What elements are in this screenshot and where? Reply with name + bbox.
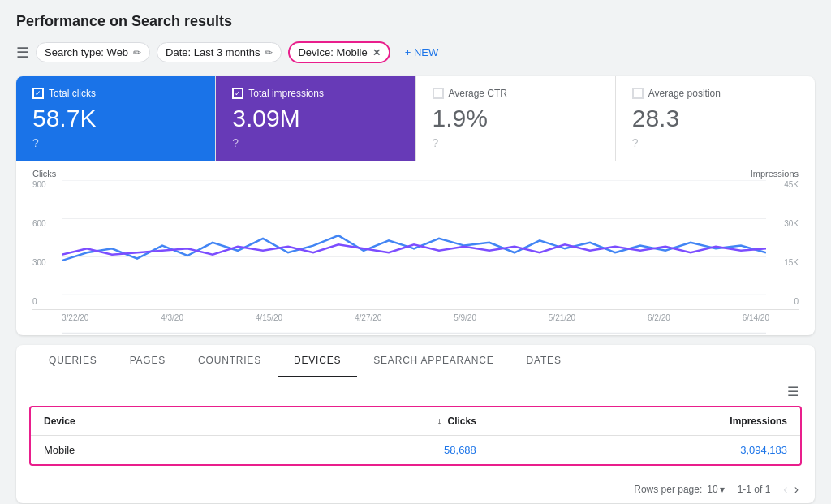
chart-axis-labels: Clicks Impressions <box>32 169 799 179</box>
data-table: Device ↓ Clicks Impressions Mobile 58,68… <box>31 407 800 464</box>
pagination-info: 1-1 of 1 <box>738 484 771 495</box>
col-impressions: Impressions <box>489 407 800 436</box>
total-impressions-label: Total impressions <box>248 88 324 99</box>
date-edit-icon[interactable]: ✏ <box>265 47 273 58</box>
device-close-icon[interactable]: ✕ <box>372 47 381 58</box>
average-ctr-card[interactable]: Average CTR 1.9% ? <box>416 76 616 161</box>
chart-svg <box>62 180 766 335</box>
cell-clicks[interactable]: 58,688 <box>245 436 489 465</box>
y-axis-left: 900 600 300 0 <box>32 180 46 309</box>
table-row: Mobile 58,688 3,094,183 <box>31 436 800 465</box>
tab-pages[interactable]: PAGES <box>114 345 182 377</box>
average-position-value: 28.3 <box>632 104 799 133</box>
average-ctr-header: Average CTR <box>433 88 599 99</box>
rows-per-page-value: 10 <box>707 484 717 495</box>
page-title: Performance on Search results <box>16 13 815 30</box>
new-filter-button[interactable]: + NEW <box>397 43 447 62</box>
date-label: Date: Last 3 months <box>166 46 260 58</box>
total-impressions-card[interactable]: ✓ Total impressions 3.09M ? <box>216 76 416 161</box>
total-clicks-card[interactable]: ✓ Total clicks 58.7K ? <box>16 76 216 161</box>
tab-dates[interactable]: DATES <box>510 345 578 377</box>
search-type-edit-icon[interactable]: ✏ <box>133 47 141 58</box>
col-clicks[interactable]: ↓ Clicks <box>245 407 489 436</box>
total-clicks-value: 58.7K <box>32 104 199 133</box>
search-type-chip[interactable]: Search type: Web ✏ <box>36 42 150 62</box>
chart-container: 900 600 300 0 45K 30K 15K 0 <box>32 180 799 310</box>
new-filter-label: + NEW <box>405 46 439 58</box>
table-filter-row: ☰ <box>16 377 815 406</box>
metric-cards: ✓ Total clicks 58.7K ? ✓ Total impressio… <box>16 76 815 161</box>
average-position-card[interactable]: Average position 28.3 ? <box>616 76 815 161</box>
total-impressions-help-icon[interactable]: ? <box>232 136 398 149</box>
total-clicks-help-icon[interactable]: ? <box>32 136 199 149</box>
average-position-label: Average position <box>648 88 721 99</box>
filter-menu-icon[interactable]: ☰ <box>16 44 29 62</box>
pagination-next-icon[interactable]: › <box>794 482 799 497</box>
average-ctr-checkbox[interactable] <box>433 88 444 99</box>
total-impressions-header: ✓ Total impressions <box>232 88 398 99</box>
total-clicks-header: ✓ Total clicks <box>32 88 199 99</box>
average-ctr-value: 1.9% <box>433 104 599 133</box>
tab-countries[interactable]: COUNTRIES <box>182 345 278 377</box>
total-clicks-checkbox[interactable]: ✓ <box>32 88 44 99</box>
device-label: Device: Mobile <box>298 46 367 58</box>
cell-device: Mobile <box>31 436 245 465</box>
search-type-label: Search type: Web <box>45 46 128 58</box>
average-position-help-icon[interactable]: ? <box>632 136 799 149</box>
chart-area: Clicks Impressions 900 600 300 0 45K 30K… <box>16 161 815 335</box>
data-table-wrapper: Device ↓ Clicks Impressions Mobile 58,68… <box>29 406 802 466</box>
summary-section: ✓ Total clicks 58.7K ? ✓ Total impressio… <box>16 76 815 335</box>
sort-arrow-icon: ↓ <box>437 416 441 427</box>
page-wrapper: Performance on Search results ☰ Search t… <box>0 0 831 504</box>
total-impressions-value: 3.09M <box>232 104 398 133</box>
rows-per-page: Rows per page: 10 ▾ <box>634 484 724 495</box>
rows-per-page-label: Rows per page: <box>634 484 702 495</box>
device-chip[interactable]: Device: Mobile ✕ <box>288 41 390 63</box>
tab-devices[interactable]: DEVICES <box>278 345 357 377</box>
total-impressions-checkbox[interactable]: ✓ <box>232 88 243 99</box>
y-axis-right: 45K 30K 15K 0 <box>784 180 799 309</box>
pagination-row: Rows per page: 10 ▾ 1-1 of 1 ‹ › <box>16 476 815 503</box>
date-chip[interactable]: Date: Last 3 months ✏ <box>157 42 282 62</box>
pagination-prev-icon[interactable]: ‹ <box>783 482 787 497</box>
tabs-section: QUERIES PAGES COUNTRIES DEVICES SEARCH A… <box>16 345 815 503</box>
tab-queries[interactable]: QUERIES <box>32 345 114 377</box>
average-position-checkbox[interactable] <box>632 88 644 99</box>
rows-dropdown-arrow: ▾ <box>720 484 725 495</box>
total-clicks-label: Total clicks <box>49 88 96 99</box>
table-filter-icon[interactable]: ☰ <box>787 384 799 399</box>
average-ctr-label: Average CTR <box>449 88 507 99</box>
tabs-bar: QUERIES PAGES COUNTRIES DEVICES SEARCH A… <box>16 345 815 377</box>
cell-impressions[interactable]: 3,094,183 <box>489 436 800 465</box>
average-position-header: Average position <box>632 88 799 99</box>
filter-bar: ☰ Search type: Web ✏ Date: Last 3 months… <box>16 41 815 63</box>
y-right-label: Impressions <box>751 169 799 179</box>
table-header-row: Device ↓ Clicks Impressions <box>31 407 800 436</box>
y-left-label: Clicks <box>32 169 56 179</box>
average-ctr-help-icon[interactable]: ? <box>433 136 599 149</box>
tab-search-appearance[interactable]: SEARCH APPEARANCE <box>357 345 510 377</box>
rows-per-page-dropdown[interactable]: 10 ▾ <box>707 484 724 495</box>
col-device: Device <box>31 407 245 436</box>
pagination-arrows: ‹ › <box>783 482 799 497</box>
